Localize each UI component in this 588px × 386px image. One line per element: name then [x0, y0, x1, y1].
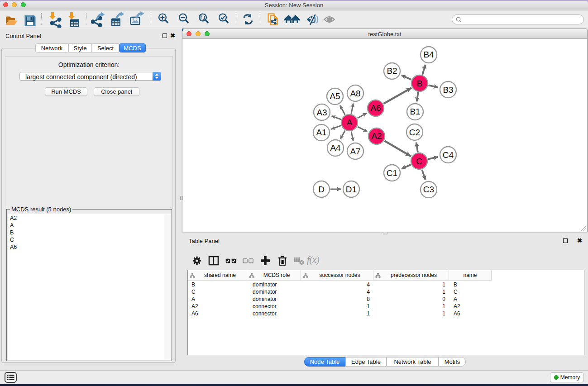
svg-text:A6: A6 — [370, 103, 381, 113]
svg-text:B4: B4 — [423, 50, 434, 59]
svg-text:B3: B3 — [443, 85, 453, 95]
svg-text:A8: A8 — [350, 89, 360, 98]
svg-text:A1: A1 — [316, 128, 326, 137]
svg-text:D: D — [318, 185, 325, 194]
svg-text:A3: A3 — [316, 108, 327, 117]
svg-text:A: A — [347, 118, 353, 127]
svg-text:C1: C1 — [387, 168, 397, 178]
svg-text:C4: C4 — [443, 150, 454, 160]
svg-text:B1: B1 — [410, 107, 420, 116]
svg-text:A7: A7 — [350, 147, 360, 156]
svg-text:B2: B2 — [387, 66, 397, 76]
svg-text:A5: A5 — [330, 91, 340, 101]
svg-text:C2: C2 — [409, 128, 420, 137]
svg-text:A2: A2 — [371, 131, 382, 141]
svg-text:B: B — [417, 79, 423, 88]
svg-text:C: C — [416, 157, 422, 166]
svg-text:A4: A4 — [330, 143, 341, 152]
svg-text:C3: C3 — [423, 185, 434, 194]
svg-text:D1: D1 — [346, 185, 357, 194]
